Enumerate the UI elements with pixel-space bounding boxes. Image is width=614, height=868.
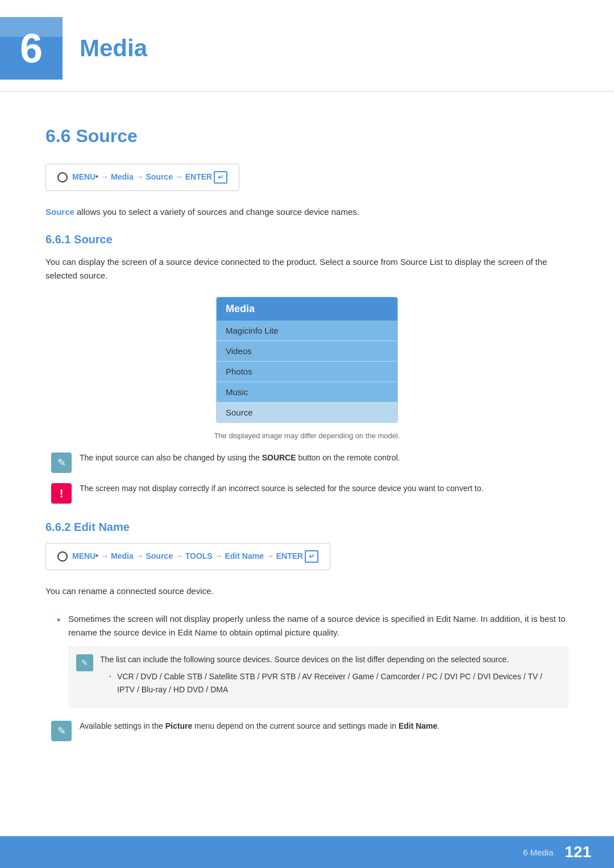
picture-bold: Picture	[165, 721, 192, 730]
ui-menu-item-photos: Photos	[217, 362, 397, 382]
source-description: Source allows you to select a variety of…	[45, 205, 569, 219]
note-1-text: The input source can also be changed by …	[80, 451, 400, 464]
pencil-icon-3: ✎	[51, 721, 72, 741]
note-2: ! The screen may not display correctly i…	[45, 482, 569, 504]
ui-menu-item-videos: Videos	[217, 341, 397, 362]
edit-name-desc: You can rename a connected source device…	[45, 584, 569, 598]
warning-icon: !	[51, 483, 72, 504]
sub-note-list-item: VCR / DVD / Cable STB / Satellite STB / …	[109, 670, 561, 696]
subsection-661-desc: You can display the screen of a source d…	[45, 255, 569, 283]
chapter-number: 6	[20, 25, 43, 72]
menu-path-text-2: MENUᵉ → Media → Source → TOOLS → Edit Na…	[72, 550, 318, 563]
menu-path-1: MENUᵉ → Media → Source → ENTER↵	[45, 164, 239, 191]
ui-menu: Media Magicinfo Lite Videos Photos Music…	[216, 297, 398, 423]
sub-note-text: The list can include the following sourc…	[100, 653, 561, 666]
source-bold-label: Source	[45, 207, 74, 217]
chapter-header: 6 Media	[0, 0, 614, 92]
bullet-item-1: Sometimes the screen will not display pr…	[57, 612, 569, 708]
menu-path-text-1: MENUᵉ → Media → Source → ENTER↵	[72, 171, 227, 184]
enter-icon-1: ↵	[214, 171, 227, 184]
devices-list: VCR / DVD / Cable STB / Satellite STB / …	[117, 672, 542, 693]
edit-name-bold: Edit Name	[399, 721, 437, 730]
circle-icon-2	[57, 551, 68, 562]
menu-path-2: MENUᵉ → Media → Source → TOOLS → Edit Na…	[45, 543, 330, 570]
note-3-text: Available settings in the Picture menu d…	[80, 720, 439, 732]
footer: 6 Media 121	[0, 836, 614, 868]
source-desc-text: allows you to select a variety of source…	[74, 207, 359, 217]
ui-menu-item-magicinfo: Magicinfo Lite	[217, 321, 397, 341]
pencil-icon-1: ✎	[51, 452, 72, 473]
menu-label: MENU	[72, 172, 96, 181]
section-heading: 6.6 Source	[45, 126, 569, 147]
circle-icon	[57, 172, 68, 182]
sub-note-content: The list can include the following sourc…	[100, 653, 561, 701]
note-2-text: The screen may not display correctly if …	[80, 482, 483, 495]
bullet-list: Sometimes the screen will not display pr…	[45, 612, 569, 708]
ui-menu-item-music: Music	[217, 382, 397, 402]
note-1: ✎ The input source can also be changed b…	[45, 451, 569, 473]
chapter-number-box: 6	[0, 17, 63, 80]
chapter-title: Media	[80, 35, 147, 62]
subsection-661-heading: 6.6.1 Source	[45, 233, 569, 246]
ui-menu-title: Media	[217, 297, 397, 321]
subsection-662-heading: 6.6.2 Edit Name	[45, 521, 569, 534]
pencil-icon-2: ✎	[76, 654, 93, 671]
main-content: 6.6 Source MENUᵉ → Media → Source → ENTE…	[0, 97, 614, 784]
enter-icon-2: ↵	[305, 550, 318, 563]
ui-menu-screenshot: Media Magicinfo Lite Videos Photos Music…	[45, 297, 569, 423]
footer-page-number: 121	[565, 843, 591, 861]
source-bold: SOURCE	[262, 453, 296, 462]
ui-menu-item-source: Source	[217, 402, 397, 422]
footer-section-label: 6 Media	[523, 848, 553, 857]
sub-note-list: VCR / DVD / Cable STB / Satellite STB / …	[100, 670, 561, 696]
bullet-text-1: Sometimes the screen will not display pr…	[68, 614, 566, 637]
note-3: ✎ Available settings in the Picture menu…	[45, 720, 569, 741]
image-caption: The displayed image may differ depending…	[45, 431, 569, 440]
sub-note-1: ✎ The list can include the following sou…	[68, 646, 569, 708]
